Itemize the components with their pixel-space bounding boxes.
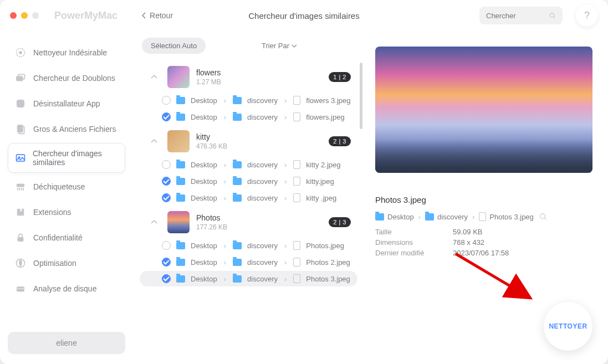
help-button[interactable]: ?	[576, 4, 598, 27]
group-size: 476.36 KB	[196, 142, 322, 150]
chevron-right-icon: ›	[224, 194, 226, 202]
results-list[interactable]: flowers 1.27 MB 1 | 2 Desktop › discover…	[140, 61, 364, 364]
file-row[interactable]: Desktop › discovery › Photos 2.jpeg	[140, 254, 357, 270]
svg-rect-10	[17, 184, 24, 187]
meta-value: 2023/07/06 17:58	[453, 249, 509, 257]
folder-icon	[233, 97, 242, 104]
path-segment: Desktop	[191, 113, 217, 121]
scrollbar[interactable]	[360, 63, 362, 129]
group-thumbnail	[167, 130, 190, 152]
group-header[interactable]: kitty 476.36 KB 2 | 3	[140, 126, 362, 157]
rocket-icon	[14, 257, 27, 269]
checkbox[interactable]	[162, 258, 171, 266]
clean-button[interactable]: NETTOYER	[544, 302, 592, 351]
checkbox[interactable]	[162, 274, 171, 283]
gear-icon	[14, 47, 27, 59]
file-row[interactable]: Desktop › discovery › flowers 3.jpeg	[140, 93, 357, 108]
chevron-right-icon: ›	[284, 177, 287, 186]
file-name: Photos.jpeg	[306, 242, 344, 250]
chevron-right-icon: ›	[418, 213, 421, 221]
annotation-arrow	[453, 251, 541, 309]
preview-path: Desktop › discovery › Photos 3.jpeg	[375, 212, 592, 221]
search-input[interactable]	[486, 12, 545, 20]
meta-key: Dimensions	[375, 238, 436, 247]
sidebar-item-optimization[interactable]: Optimisation	[8, 252, 125, 275]
lock-icon	[14, 232, 27, 244]
file-row[interactable]: Desktop › discovery › kitty 2.jpeg	[140, 157, 357, 172]
checkbox[interactable]	[162, 96, 171, 105]
sidebar-item-label: Optimisation	[33, 259, 76, 268]
path-segment: discovery	[247, 161, 278, 169]
svg-rect-11	[18, 237, 23, 242]
group-badge: 2 | 3	[329, 217, 351, 227]
maximize-icon[interactable]	[32, 12, 39, 19]
folder-icon	[233, 242, 242, 249]
checkbox[interactable]	[162, 112, 171, 121]
chevron-down-icon	[292, 44, 297, 48]
sidebar-item-privacy[interactable]: Confidentialité	[8, 226, 125, 249]
file-row[interactable]: Desktop › discovery › flowers.jpeg	[140, 109, 357, 125]
path-segment: Desktop	[191, 194, 217, 202]
checkbox[interactable]	[162, 193, 171, 202]
file-row[interactable]: Desktop › discovery › kitty .jpeg	[140, 190, 357, 206]
file-row[interactable]: Desktop › discovery › Photos 3.jpeg	[140, 271, 357, 286]
autoselect-button[interactable]: Sélection Auto	[142, 38, 206, 54]
path-segment: Desktop	[191, 161, 217, 169]
sidebar-item-label: Chercheur d'images similaires	[33, 149, 118, 167]
preview-filename: Photos 3.jpeg	[375, 195, 592, 204]
file-icon	[293, 193, 300, 202]
reveal-icon[interactable]	[539, 213, 547, 221]
file-icon	[479, 212, 486, 221]
meta-key: Dernier modifié	[375, 249, 436, 257]
sidebar-item-similar-images[interactable]: Chercheur d'images similaires	[8, 143, 125, 173]
search-icon	[549, 12, 556, 19]
folder-icon	[425, 213, 434, 221]
chevron-right-icon: ›	[284, 96, 287, 105]
sort-button[interactable]: Trier Par	[262, 42, 297, 50]
checkbox[interactable]	[162, 177, 171, 186]
sidebar-item-duplicates[interactable]: Chercheur de Doublons	[8, 66, 125, 90]
minimize-icon[interactable]	[21, 12, 28, 19]
back-label: Retour	[150, 11, 173, 20]
folders-icon	[14, 72, 27, 84]
chevron-right-icon: ›	[224, 242, 226, 250]
chevron-right-icon: ›	[224, 275, 226, 283]
sidebar-item-label: Confidentialité	[33, 233, 83, 242]
chevron-up-icon[interactable]	[147, 70, 161, 84]
group-header[interactable]: flowers 1.27 MB 1 | 2	[140, 61, 362, 93]
sidebar-item-extensions[interactable]: Extensions	[8, 201, 125, 224]
app-icon	[14, 98, 27, 110]
sidebar-item-junk[interactable]: Nettoyeur Indésirable	[8, 41, 125, 64]
group-badge: 2 | 3	[329, 136, 351, 146]
search-box[interactable]	[479, 7, 563, 24]
app-window: PowerMyMac Retour Chercheur d'images sim…	[0, 0, 608, 364]
back-button[interactable]: Retour	[142, 11, 173, 20]
group-title: kitty	[196, 132, 322, 141]
sidebar-item-shredder[interactable]: Déchiqueteuse	[8, 175, 125, 198]
path-segment: Photos 3.jpeg	[489, 213, 534, 221]
chevron-right-icon: ›	[284, 161, 287, 169]
close-icon[interactable]	[10, 12, 17, 19]
sidebar-item-disk[interactable]: Analyse de disque	[8, 277, 125, 300]
folder-icon	[176, 275, 185, 283]
path-segment: discovery	[247, 96, 278, 105]
folder-icon	[176, 194, 185, 202]
chevron-up-icon[interactable]	[147, 135, 161, 148]
file-row[interactable]: Desktop › discovery › Photos.jpeg	[140, 238, 357, 253]
sidebar-item-large-old[interactable]: Gros & Anciens Fichiers	[8, 117, 125, 141]
results-toolbar: Sélection Auto Trier Par	[140, 38, 364, 61]
sort-label: Trier Par	[262, 42, 289, 50]
group-header[interactable]: Photos 177.26 KB 2 | 3	[140, 207, 362, 238]
sidebar-item-uninstaller[interactable]: Désinstallateur App	[8, 92, 125, 115]
chevron-up-icon[interactable]	[147, 216, 161, 229]
file-name: flowers.jpeg	[306, 113, 344, 121]
shredder-icon	[14, 181, 27, 193]
path-segment: discovery	[247, 275, 278, 283]
checkbox[interactable]	[162, 160, 171, 169]
folder-icon	[176, 259, 185, 266]
checkbox[interactable]	[162, 241, 171, 250]
user-badge[interactable]: eliene	[8, 332, 125, 354]
file-row[interactable]: Desktop › discovery › kitty.jpeg	[140, 173, 357, 189]
meta-value: 768 x 432	[453, 238, 484, 247]
folder-icon	[176, 161, 185, 168]
